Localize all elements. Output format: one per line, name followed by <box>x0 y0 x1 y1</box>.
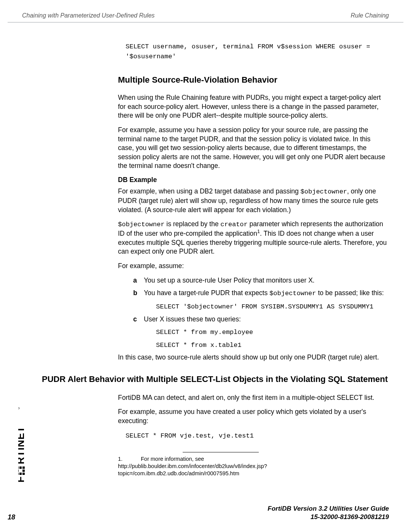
svg-rect-7 <box>22 470 25 472</box>
page-number: 18 <box>8 513 15 521</box>
text: You have a target-rule PUDR that expects <box>144 289 269 297</box>
footnote-ref: 1 <box>257 228 260 234</box>
list-marker: c <box>133 315 144 324</box>
list-item: a You set up a source-rule User Policy t… <box>133 276 388 285</box>
footnote-rule <box>183 452 259 452</box>
paragraph: For example, assume you have created a u… <box>118 407 388 425</box>
inline-code: $objectowner <box>269 290 316 297</box>
code-block: SELECT '$objectowner' FROM SYSIBM.SYSDUM… <box>156 302 388 312</box>
ordered-list: c User X issues these two queries: <box>133 315 388 324</box>
fortinet-logo: F RTINET <box>18 404 30 484</box>
svg-rect-2 <box>18 470 19 472</box>
footnote-url: http://publib.boulder.ibm.com/infocenter… <box>118 463 267 476</box>
code-block-2: SELECT * FROM vje.test, vje.test1 <box>126 431 388 441</box>
text: For example, when using a DB2 target dat… <box>118 187 301 195</box>
inline-code: $objectowner <box>118 221 164 228</box>
text: is replaced by the <box>164 220 220 228</box>
code-block: SELECT * from my.employee <box>156 328 388 337</box>
content-area: SELECT username, osuser, terminal FROM v… <box>42 42 388 494</box>
paragraph: For example, assume: <box>118 262 388 271</box>
footnote-number: 1. <box>118 455 141 463</box>
list-body: You set up a source-rule User Policy tha… <box>144 276 388 285</box>
svg-point-10 <box>18 407 19 409</box>
paragraph: For example, assume you have a session p… <box>118 126 388 171</box>
header-left: Chaining with Parameterized User-Defined… <box>22 12 155 19</box>
code-block: SELECT * from x.table1 <box>156 340 388 350</box>
list-body: User X issues these two queries: <box>144 315 388 324</box>
heading-multiple-source: Multiple Source-Rule-Violation Behavior <box>118 75 388 85</box>
text: to be passed; like this: <box>316 289 384 297</box>
svg-text:RTINET: RTINET <box>18 426 26 464</box>
paragraph: FortiDB MA can detect, and alert on, onl… <box>118 393 388 403</box>
svg-rect-8 <box>22 466 25 469</box>
inline-code: creator <box>220 221 247 228</box>
list-marker: a <box>133 276 144 285</box>
svg-rect-3 <box>18 466 19 469</box>
list-item: b You have a target-rule PUDR that expec… <box>133 289 388 298</box>
code-block-1: SELECT username, osuser, terminal FROM v… <box>126 42 388 61</box>
paragraph: For example, when using a DB2 target dat… <box>118 187 388 214</box>
footnote-lead: For more information, see <box>141 456 204 462</box>
svg-rect-1 <box>18 473 19 475</box>
paragraph: $objectowner is replaced by the creator … <box>118 220 388 256</box>
footer-right: FortiDB Version 3.2 Utilities User Guide… <box>268 505 389 521</box>
list-marker: b <box>133 289 144 298</box>
subheading-db-example: DB Example <box>118 176 388 184</box>
header-right: Rule Chaining <box>350 12 389 19</box>
list-body: You have a target-rule PUDR that expects… <box>144 289 388 298</box>
svg-text:F: F <box>18 476 26 482</box>
page: Chaining with Parameterized User-Defined… <box>0 0 411 532</box>
svg-rect-6 <box>22 473 25 475</box>
paragraph: In this case, two source-rule alerts sho… <box>118 353 388 362</box>
ordered-list: a You set up a source-rule User Policy t… <box>133 276 388 299</box>
footnote: 1.For more information, see http://publi… <box>118 455 388 477</box>
footer-line-1: FortiDB Version 3.2 Utilities User Guide <box>268 505 389 512</box>
list-item: c User X issues these two queries: <box>133 315 388 324</box>
paragraph: When using the Rule Chaining feature wit… <box>118 93 388 120</box>
footer-line-2: 15-32000-81369-20081219 <box>311 513 389 521</box>
svg-rect-4 <box>19 473 22 475</box>
svg-rect-5 <box>19 466 22 469</box>
header-rule <box>8 22 403 22</box>
heading-pudr-alert: PUDR Alert Behavior with Multiple SELECT… <box>42 374 388 385</box>
inline-code: $objectowner <box>301 188 347 195</box>
